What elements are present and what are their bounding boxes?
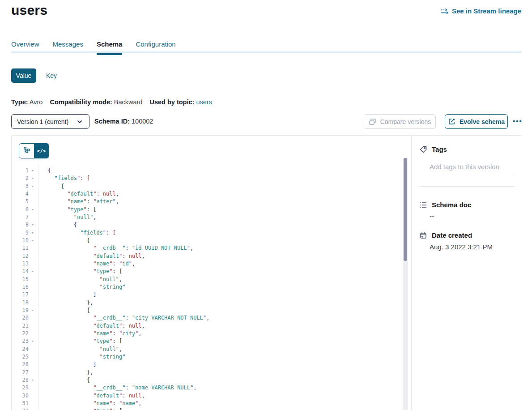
code-line: 3▾ { <box>12 183 403 190</box>
line-number: 15 <box>12 276 29 283</box>
calendar-plus-icon <box>419 232 427 239</box>
evolve-schema-button[interactable]: Evolve schema <box>445 114 508 129</box>
code-line: 5 "name": "after", <box>12 198 403 205</box>
fold-spacer <box>29 244 37 252</box>
topic-field: Used by topic: users <box>149 98 212 106</box>
line-number: 18 <box>12 299 29 307</box>
fold-spacer <box>29 384 37 392</box>
fold-spacer <box>29 276 37 283</box>
code-line: 6▾ "type": [ <box>12 206 403 214</box>
fold-arrow-icon[interactable]: ▾ <box>29 229 37 237</box>
fold-arrow-icon[interactable]: ▾ <box>29 307 37 314</box>
line-number: 26 <box>12 361 29 368</box>
tree-view-button[interactable] <box>19 144 34 158</box>
compat-field: Compatibility mode: Backward <box>50 98 142 106</box>
chevron-down-icon <box>76 120 84 124</box>
schema-doc-header: Schema doc <box>419 201 471 209</box>
value-key-toggle: Value Key <box>11 68 57 83</box>
fold-spacer <box>29 369 37 376</box>
fold-spacer <box>29 330 37 337</box>
stream-lineage-icon <box>441 8 449 14</box>
fold-arrow-icon[interactable]: ▾ <box>29 268 37 275</box>
code-line: 16 "string" <box>12 283 403 291</box>
line-number: 14 <box>12 268 29 275</box>
line-number: 10 <box>12 237 29 244</box>
value-toggle-button[interactable]: Value <box>11 68 36 83</box>
fold-spacer <box>29 392 37 400</box>
code-line: 27 }, <box>12 369 403 376</box>
list-icon <box>419 202 427 208</box>
code-line: 21 "default": null, <box>12 322 403 330</box>
code-line: 25 "string" <box>12 353 403 361</box>
line-number: 21 <box>12 322 29 330</box>
line-number: 28 <box>12 376 29 384</box>
code-view-button[interactable]: </> <box>34 144 49 158</box>
line-number: 13 <box>12 260 29 268</box>
code-section: </> 1▾{2▾ "fields": [3▾ {4 "default": nu… <box>12 136 412 410</box>
code-view-icon: </> <box>37 148 46 154</box>
code-line: 4 "default": null, <box>12 190 403 198</box>
code-line: 18 }, <box>12 299 403 307</box>
versions-copy-icon <box>369 119 377 125</box>
fold-spacer <box>29 361 37 368</box>
code-line: 12 "default": null, <box>12 252 403 260</box>
schema-code-editor[interactable]: 1▾{2▾ "fields": [3▾ {4 "default": null,5… <box>12 167 403 410</box>
code-line: 28▾ { <box>12 376 403 384</box>
fold-arrow-icon[interactable]: ▾ <box>29 376 37 384</box>
line-number: 20 <box>12 314 29 322</box>
line-number: 2 <box>12 175 29 182</box>
fold-spacer <box>29 314 37 322</box>
line-number: 11 <box>12 244 29 252</box>
line-number: 22 <box>12 330 29 337</box>
line-number: 6 <box>12 206 29 214</box>
fold-arrow-icon[interactable]: ▾ <box>29 175 37 182</box>
stream-lineage-link[interactable]: See in Stream lineage <box>441 7 521 15</box>
fold-arrow-icon[interactable]: ▾ <box>29 407 37 410</box>
more-options-button[interactable]: ••• <box>513 115 523 128</box>
code-lines: 1▾{2▾ "fields": [3▾ {4 "default": null,5… <box>12 167 403 410</box>
fold-spacer <box>29 299 37 307</box>
line-number: 4 <box>12 190 29 198</box>
code-line: 14▾ "type": [ <box>12 268 403 275</box>
line-number: 24 <box>12 346 29 353</box>
date-created-value: Aug. 3 2022 3:21 PM <box>430 243 493 251</box>
compare-versions-button[interactable]: Compare versions <box>364 114 436 129</box>
code-line: 8▾ { <box>12 221 403 229</box>
line-number: 31 <box>12 400 29 407</box>
topic-link[interactable]: users <box>196 98 212 106</box>
schema-id: Schema ID: 100002 <box>94 114 153 129</box>
controls-row: Version 1 (current) Schema ID: 100002 Co… <box>0 114 532 128</box>
schema-sidebar: Tags Schema doc -- Date created Aug <box>412 136 522 410</box>
code-line: 32▾ "type": [ <box>12 407 403 410</box>
fold-spacer <box>29 322 37 330</box>
fold-spacer <box>29 400 37 407</box>
line-number: 9 <box>12 229 29 237</box>
fold-spacer <box>29 353 37 361</box>
fold-arrow-icon[interactable]: ▾ <box>29 167 37 175</box>
tag-icon <box>419 146 427 153</box>
line-number: 30 <box>12 392 29 400</box>
editor-scrollbar-thumb[interactable] <box>404 158 407 261</box>
fold-arrow-icon[interactable]: ▾ <box>29 206 37 214</box>
type-field: Type: Avro <box>11 98 43 106</box>
fold-arrow-icon[interactable]: ▾ <box>29 221 37 229</box>
code-line: 1▾{ <box>12 167 403 175</box>
line-number: 12 <box>12 252 29 260</box>
fold-arrow-icon[interactable]: ▾ <box>29 337 37 345</box>
line-number: 19 <box>12 307 29 314</box>
line-number: 1 <box>12 167 29 175</box>
fold-spacer <box>29 346 37 353</box>
fold-arrow-icon[interactable]: ▾ <box>29 237 37 244</box>
code-line: 9▾ "fields": [ <box>12 229 403 237</box>
add-tags-input[interactable] <box>430 160 515 173</box>
version-select[interactable]: Version 1 (current) <box>11 114 89 129</box>
line-number: 23 <box>12 337 29 345</box>
editor-scrollbar-track[interactable] <box>403 158 408 410</box>
code-line: 10▾ { <box>12 237 403 244</box>
line-number: 16 <box>12 283 29 291</box>
date-created-header: Date created <box>419 231 472 239</box>
code-line: 24 "null", <box>12 346 403 353</box>
key-toggle-button[interactable]: Key <box>46 72 57 79</box>
code-line: 23▾ "type": [ <box>12 337 403 345</box>
fold-arrow-icon[interactable]: ▾ <box>29 183 37 190</box>
